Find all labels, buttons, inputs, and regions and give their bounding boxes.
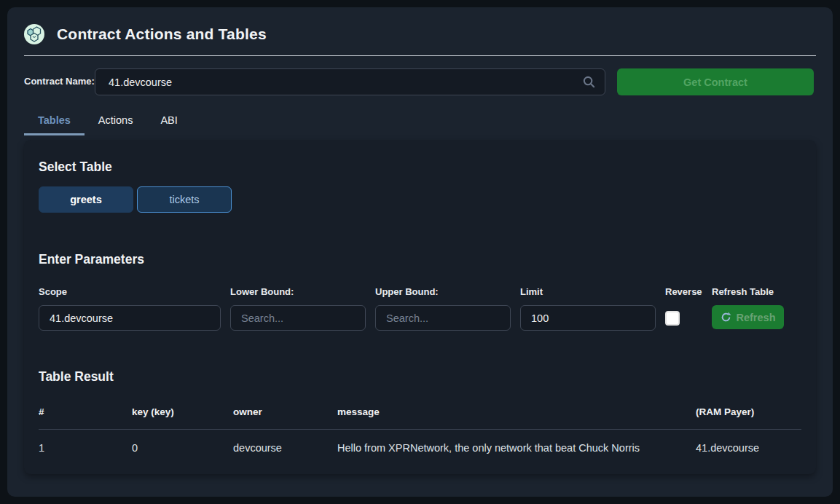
- header-divider: [24, 55, 816, 56]
- cell-index: 1: [39, 430, 132, 469]
- table-row: 1 0 devcourse Hello from XPRNetwork, the…: [39, 430, 801, 469]
- column-header-owner: owner: [233, 406, 337, 430]
- contract-name-input[interactable]: [95, 68, 605, 95]
- column-header-message: message: [337, 406, 696, 430]
- parameters-row: Scope Lower Bound: Upper Bound: Limit Re…: [39, 286, 801, 331]
- result-table: # key (key) owner message (RAM Payer) 1 …: [39, 406, 801, 468]
- search-icon[interactable]: [582, 75, 596, 89]
- enter-parameters-heading: Enter Parameters: [39, 252, 801, 267]
- cell-owner: devcourse: [233, 430, 337, 469]
- reverse-label: Reverse: [665, 286, 702, 297]
- limit-input[interactable]: [520, 305, 656, 331]
- tables-panel: Select Table greets tickets Enter Parame…: [24, 140, 816, 474]
- reverse-field: Reverse: [665, 286, 702, 331]
- limit-field: Limit: [520, 286, 656, 331]
- xprnetwork-logo-icon: [24, 24, 44, 44]
- reverse-checkbox[interactable]: [665, 311, 680, 326]
- get-contract-button[interactable]: Get Contract: [617, 68, 814, 95]
- column-header-ram-payer: (RAM Payer): [696, 406, 801, 430]
- lower-bound-input[interactable]: [230, 305, 366, 331]
- tab-abi[interactable]: ABI: [146, 112, 191, 135]
- result-table-header-row: # key (key) owner message (RAM Payer): [39, 406, 801, 430]
- scope-label: Scope: [39, 286, 221, 297]
- upper-bound-label: Upper Bound:: [375, 286, 511, 297]
- column-header-key: key (key): [132, 406, 233, 430]
- cell-ram-payer: 41.devcourse: [696, 430, 801, 469]
- app-window: Contract Actions and Tables Contract Nam…: [7, 7, 833, 497]
- scope-input[interactable]: [39, 305, 221, 331]
- table-select-buttons: greets tickets: [39, 186, 801, 213]
- select-table-heading: Select Table: [39, 160, 801, 175]
- contract-form: Contract Name: Get Contract: [24, 68, 816, 95]
- upper-bound-field: Upper Bound:: [375, 286, 511, 331]
- table-button-tickets[interactable]: tickets: [137, 186, 232, 213]
- page-title: Contract Actions and Tables: [57, 25, 267, 43]
- table-result-heading: Table Result: [39, 369, 801, 385]
- refresh-icon: [721, 312, 731, 323]
- column-header-index: #: [39, 406, 132, 430]
- scope-field: Scope: [39, 286, 221, 331]
- limit-label: Limit: [520, 286, 656, 297]
- cell-message: Hello from XPRNetwork, the only network …: [337, 430, 696, 469]
- lower-bound-label: Lower Bound:: [230, 286, 366, 297]
- tab-bar: Tables Actions ABI: [24, 112, 816, 135]
- tab-tables[interactable]: Tables: [24, 112, 85, 135]
- upper-bound-input[interactable]: [375, 305, 511, 331]
- refresh-table-label: Refresh Table: [712, 286, 785, 297]
- tab-actions[interactable]: Actions: [85, 112, 147, 135]
- contract-name-label: Contract Name:: [24, 75, 95, 89]
- refresh-button-label: Refresh: [737, 312, 776, 323]
- refresh-button[interactable]: Refresh: [712, 305, 784, 329]
- table-button-greets[interactable]: greets: [39, 186, 133, 213]
- contract-name-input-wrap: [95, 68, 605, 95]
- refresh-field: Refresh Table Refresh: [712, 286, 785, 331]
- cell-key: 0: [132, 430, 233, 469]
- lower-bound-field: Lower Bound:: [230, 286, 366, 331]
- app-header: Contract Actions and Tables: [24, 24, 816, 44]
